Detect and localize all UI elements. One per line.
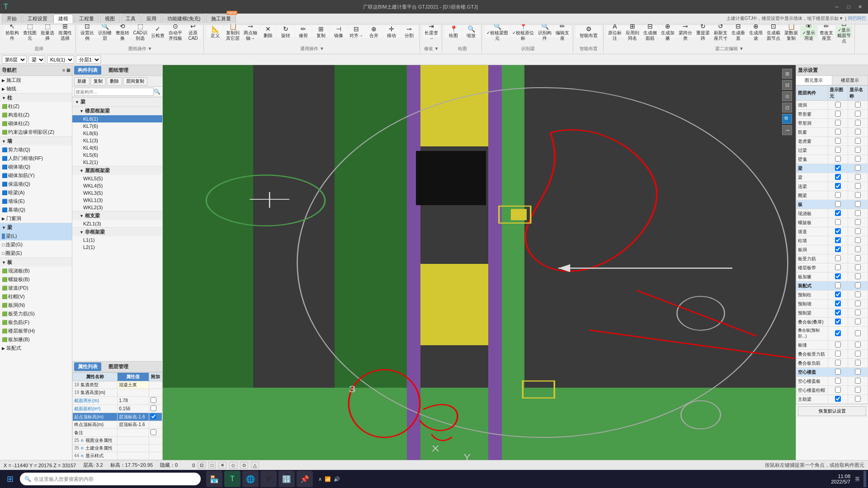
comp-item-kl7[interactable]: KL7(6) (72, 122, 162, 130)
taskbar-sound[interactable]: 🔊 (334, 476, 340, 482)
nav-item-wall-bracket[interactable]: 🟦墙垛(E) (0, 197, 72, 206)
show-hollow-cap[interactable] (835, 387, 841, 393)
move-btn[interactable]: ✛移动 (383, 26, 400, 38)
show-link-beam-name[interactable] (855, 183, 861, 189)
comp-item-kl6[interactable]: KL6(1) (72, 115, 162, 122)
nav-item-masonry-y[interactable]: 🟦砌体加筋(Y) (0, 171, 72, 180)
show-hollow-section-name[interactable] (855, 369, 861, 375)
show-floor-band[interactable] (835, 264, 841, 270)
addon-checkbox-20[interactable] (151, 397, 156, 403)
canvas-btn-2[interactable]: ⊟ (782, 80, 792, 90)
nav-item-ramp[interactable]: 🟩坡道(PD) (0, 284, 72, 292)
beam-classify-btn[interactable]: ⊸梁跨分类 (677, 26, 694, 38)
nav-item-insulation-q[interactable]: 🟦保温墙(Q) (0, 180, 72, 188)
nav-section-wall[interactable]: ▼墙 (0, 136, 72, 145)
nav-item-link-beam[interactable]: □连梁(G) (0, 240, 72, 249)
comp-item-kl4[interactable]: KL4(6) (72, 144, 162, 151)
gen-detail-btn[interactable]: ⊡生成截面节点 (765, 26, 782, 38)
nav-item-neg-rebar[interactable]: 🟩板负筋(F) (0, 318, 72, 327)
prop-value-20[interactable]: 1.78 (118, 397, 149, 405)
tab-func-modeling[interactable]: 功能建模(免充) (162, 14, 205, 23)
cad-restore-btn[interactable]: ↩还原CAD (184, 26, 202, 38)
edit-props-btn[interactable]: ✏编辑支座 (554, 26, 571, 38)
show-beam-section-name[interactable] (855, 165, 861, 171)
comp-section-roof-frame[interactable]: ▼屋面框架梁 (72, 166, 162, 175)
canvas-btn-4[interactable]: ⊡ (782, 103, 792, 113)
show-spiral-slab[interactable] (835, 219, 841, 225)
taskbar-app-edge[interactable]: 🌐 (242, 471, 259, 487)
canvas-btn-6[interactable]: ⊸ (782, 125, 792, 135)
comp-section-non-frame[interactable]: ▼非框架梁 (72, 227, 162, 236)
maximize-button[interactable]: □ (844, 3, 853, 11)
comp-item-kl1[interactable]: KL1(3) (72, 137, 162, 144)
batch-select-btn[interactable]: ⬚批量选择 (39, 26, 56, 38)
extend-btn[interactable]: ⇥长度变→ (423, 26, 440, 38)
show-precast-wall-name[interactable] (855, 300, 861, 306)
show-strip-hole[interactable] (835, 120, 841, 126)
taskbar-notification[interactable] (863, 471, 866, 487)
show-hole[interactable] (835, 102, 841, 108)
nav-item-boundary-z[interactable]: 🟩约束边缘非明影区(Z) (0, 128, 72, 136)
comp-item-wkl5[interactable]: WKL5(5) (72, 175, 162, 182)
check-btn[interactable]: ✓云检查 (149, 26, 166, 38)
show-hollow-section[interactable] (835, 369, 841, 375)
comp-item-kl8[interactable]: KL8(6) (72, 130, 162, 137)
taskbar-up-arrow[interactable]: ∧ (318, 476, 322, 482)
taskbar-app-calc[interactable]: 🔢 (278, 471, 295, 487)
set-ratio-btn[interactable]: ⊡设置比例 (79, 26, 96, 38)
tab-view[interactable]: 视图 (100, 14, 120, 23)
comp-item-wkl1[interactable]: WKL1(3) (72, 197, 162, 204)
tab-quantity[interactable]: 工程量 (74, 14, 99, 23)
nav-item-civil-rf[interactable]: 🟦人防门框墙(RF) (0, 154, 72, 163)
tab-apps[interactable]: 应用 (142, 14, 161, 23)
edit-btn[interactable]: ✏修剪 (295, 26, 312, 38)
taskbar-app-pin[interactable]: 📌 (297, 471, 313, 487)
origin-mark-btn[interactable]: A原位标注 (606, 26, 623, 38)
check-pos-btn[interactable]: 📍✓校核原位标 (510, 26, 536, 38)
floor-selector[interactable]: 第6层 (2, 56, 27, 64)
comp-item-kl2[interactable]: KL2(1) (72, 159, 162, 166)
show-slab-opening[interactable] (835, 246, 841, 252)
start-button[interactable]: ⊞ (2, 471, 18, 487)
show-seam-name[interactable] (855, 342, 861, 347)
select-area-btn[interactable]: ⬚查找图元 (21, 26, 38, 38)
nav-section-beam[interactable]: ▼梁 (0, 223, 72, 232)
show-nodes-btn[interactable]: ⊡✓显示截面节点 (835, 26, 853, 38)
nav-item-prefab[interactable]: ▶装配式 (0, 344, 72, 352)
show-precast-wall[interactable] (835, 300, 841, 306)
snap-btn-2[interactable]: □ (208, 462, 216, 469)
identify-comp-btn[interactable]: 🔍识别构件 (536, 26, 553, 38)
rotate-btn[interactable]: ↻旋转 (277, 26, 294, 38)
show-hollow-slab-name[interactable] (855, 378, 861, 384)
show-precast-col-name[interactable] (855, 291, 861, 297)
show-beam-section[interactable] (835, 165, 841, 171)
canvas-btn-1[interactable]: ⊞ (782, 69, 792, 79)
gen-section-btn[interactable]: ⊟生成侧面筋 (642, 26, 659, 38)
pick-component-btn[interactable]: ↖拾取构件 (4, 26, 21, 38)
mirror-btn[interactable]: ⊣镜像 (330, 26, 347, 38)
tab-floor-display[interactable]: 楼层显示 (832, 76, 868, 85)
comp-item-wkl2[interactable]: WKL2(3) (72, 204, 162, 211)
show-strip-window[interactable] (835, 111, 841, 117)
tab-tools[interactable]: 工具 (121, 14, 141, 23)
smart-layout-btn[interactable]: ⚙智能布置 (576, 26, 601, 38)
nav-section-column[interactable]: ▼柱 (0, 93, 72, 102)
delete2-btn[interactable]: ✕删除 (259, 26, 277, 38)
show-strip-hole-name[interactable] (855, 120, 861, 126)
tab-element-display[interactable]: 图元显示 (796, 76, 832, 85)
nav-item-spiral-slab[interactable]: 🟩螺旋板(B) (0, 275, 72, 284)
cad-select-btn[interactable]: ⬚CAD识别选 (132, 26, 149, 38)
tab-settings[interactable]: 工程设置 (23, 14, 52, 23)
comp-section-beam[interactable]: ▼梁 (72, 97, 162, 106)
nav-item-openings[interactable]: ▶门窗洞 (0, 214, 72, 223)
snap-btn-3[interactable]: ✕ (218, 462, 226, 469)
show-composite-rebar[interactable] (835, 351, 841, 357)
show-precast-col[interactable] (835, 291, 841, 297)
tab-layer-mgr[interactable]: 图层管理 (105, 362, 132, 371)
beam-size-selector[interactable]: KL6(1) (47, 56, 74, 64)
show-ring-beam[interactable] (835, 192, 841, 198)
restore-defaults-btn[interactable]: 恢复默认设置 (798, 406, 866, 416)
rebuild-btn[interactable]: ↻重提梁跨 (694, 26, 712, 38)
nav-item-ring-beam[interactable]: □圈梁(E) (0, 249, 72, 258)
two-point-btn[interactable]: ⊸两点轴轴→ (242, 26, 259, 38)
